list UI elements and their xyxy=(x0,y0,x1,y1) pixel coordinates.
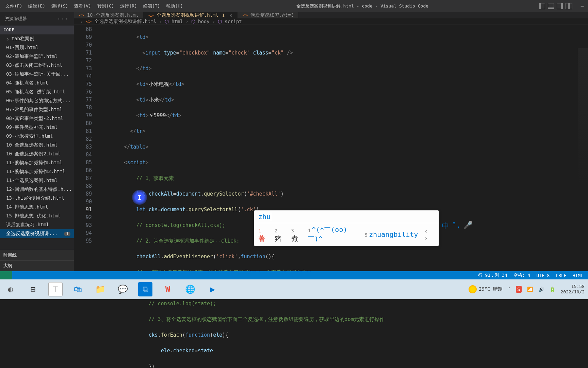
ime-mic-icon[interactable]: 🎤 xyxy=(463,221,473,231)
tray-network-icon[interactable]: 📶 xyxy=(527,287,533,292)
task-view-icon[interactable]: ⊞ xyxy=(26,282,40,296)
menu-edit[interactable]: 编辑(E) xyxy=(26,2,48,11)
file-item[interactable]: 03-点击关闭二维码.html xyxy=(0,61,74,70)
layout-controls[interactable] xyxy=(539,3,572,9)
file-item[interactable]: 04-随机点名.html xyxy=(0,79,74,88)
wechat-icon[interactable]: 💬 xyxy=(116,282,130,296)
ime-popup[interactable]: zhu 1著 2猪 3煮 4^(*￣(oo)￣)^ 5zhuangbility … xyxy=(254,210,439,246)
timeline-section[interactable]: 时间线 xyxy=(0,250,74,260)
status-language[interactable]: HTML xyxy=(573,273,583,278)
breadcrumb-file[interactable]: 全选反选案例视频讲解.html xyxy=(94,18,156,25)
outline-section[interactable]: 大纲 xyxy=(0,260,74,271)
wps-icon[interactable]: W xyxy=(161,282,175,296)
line-gutter: 6869707172737475767778798081828384858687… xyxy=(74,25,99,368)
editor-tab[interactable]: <>10-全选反选案例.html xyxy=(74,12,144,18)
menu-select[interactable]: 选择(S) xyxy=(49,2,71,11)
file-icon: <> xyxy=(148,13,154,18)
ime-cand-4[interactable]: 4^(*￣(oo)￣)^ xyxy=(308,225,359,244)
layout-bottom-icon[interactable] xyxy=(548,3,554,9)
file-item[interactable]: 12-回调函数的基本特点.h... xyxy=(0,185,74,194)
menu-view[interactable]: 查看(V) xyxy=(71,2,94,11)
minimap[interactable] xyxy=(578,48,588,184)
ime-cand-2[interactable]: 2猪 xyxy=(275,226,285,243)
file-item[interactable]: 10-全选反选案例2.html xyxy=(0,150,74,158)
editor-tab[interactable]: <>全选反选案例视频讲解.html1× xyxy=(144,12,238,18)
breadcrumb-html[interactable]: html xyxy=(172,19,183,24)
code-content[interactable]: <td> <input type="checkbox" name="check"… xyxy=(99,25,588,368)
file-item[interactable]: 03-添加事件监听-关于回... xyxy=(0,70,74,79)
editor-tab[interactable]: <>课后复盘练习.html xyxy=(238,12,298,18)
menu-terminal[interactable]: 终端(T) xyxy=(141,2,163,11)
notepad-icon[interactable]: T xyxy=(48,282,63,296)
tray-battery-icon[interactable]: 🔋 xyxy=(550,287,555,292)
file-item[interactable]: tab栏案例 xyxy=(0,34,74,43)
file-item[interactable]: 08-其它事件类型-2.html xyxy=(0,114,74,123)
ime-candidates[interactable]: 1著 2猪 3煮 4^(*￣(oo)￣)^ 5zhuangbility ‹ › xyxy=(254,223,439,246)
status-bar: 行 91，列 34 空格: 4 UTF-8 CRLF HTML xyxy=(0,271,588,279)
status-eol[interactable]: CRLF xyxy=(556,273,566,278)
menu-file[interactable]: 文件(F) xyxy=(3,2,25,11)
code-editor[interactable]: 6869707172737475767778798081828384858687… xyxy=(74,25,588,368)
sidebar-bottom: 时间线 大纲 xyxy=(0,250,74,271)
ime-input: zhu xyxy=(254,211,439,223)
status-encoding[interactable]: UTF-8 xyxy=(536,273,550,278)
file-item[interactable]: 课后复盘练习.html xyxy=(0,220,74,229)
window-controls: ─ xyxy=(579,3,585,9)
file-item[interactable]: 07-常见的事件类型.html xyxy=(0,105,74,114)
menu-help[interactable]: 帮助(H) xyxy=(163,2,185,11)
clock[interactable]: 15:58 2022/10/2 xyxy=(561,284,585,295)
layout-right-icon[interactable] xyxy=(557,3,563,9)
file-item[interactable]: 11-购物车加减操作2.html xyxy=(0,167,74,176)
file-item[interactable]: 09-小米搜索框.html xyxy=(0,132,74,141)
layout-grid-icon[interactable] xyxy=(566,3,572,9)
menu-run[interactable]: 运行(R) xyxy=(117,2,140,11)
status-remote-icon[interactable] xyxy=(0,271,12,279)
tray-volume-icon[interactable]: 🔊 xyxy=(538,287,544,292)
cursor-indicator: I xyxy=(132,190,147,205)
file-item[interactable]: 14-排他思想.html xyxy=(0,203,74,212)
store-icon[interactable]: 🛍 xyxy=(71,282,85,296)
ime-cand-3[interactable]: 3煮 xyxy=(291,226,301,243)
file-list: tab栏案例01-回顾.html02-添加事件监听.html03-点击关闭二维码… xyxy=(0,34,74,250)
file-item[interactable]: 10-全选反选案例.html xyxy=(0,141,74,150)
file-item[interactable]: 02-添加事件监听.html xyxy=(0,52,74,61)
menu-goto[interactable]: 转到(G) xyxy=(95,2,117,11)
file-icon: <> xyxy=(242,13,248,18)
start-icon[interactable]: ◐ xyxy=(3,282,18,296)
more-icon[interactable]: ··· xyxy=(57,16,69,22)
file-item[interactable]: 全选反选案例视频讲...1 xyxy=(0,229,74,238)
windows-taskbar: ◐ ⊞ T 🛍 📁 💬 ⧉ W 🌐 ▶ 29°C 晴朗 ˄ S 📶 🔊 🔋 15… xyxy=(0,279,588,299)
ime-cand-5[interactable]: 5zhuangbility xyxy=(365,230,418,239)
breadcrumb[interactable]: › <> 全选反选案例视频讲解.html › ⬡ html › ⬡ body ›… xyxy=(74,18,588,25)
file-item[interactable]: 11-购物车加减操作.html xyxy=(0,158,74,167)
close-icon[interactable]: × xyxy=(229,13,232,18)
status-spaces[interactable]: 空格: 4 xyxy=(513,272,530,278)
ime-punct-icon[interactable]: °, xyxy=(452,221,461,231)
symbol-icon: ⬡ xyxy=(165,19,169,24)
file-item[interactable]: 06-事件的其它的绑定方式... xyxy=(0,96,74,105)
menu-bar: 文件(F) 编辑(E) 选择(S) 查看(V) 转到(G) 运行(R) 终端(T… xyxy=(3,2,186,11)
breadcrumb-script[interactable]: script xyxy=(225,19,242,24)
ime-nav[interactable]: ‹ › xyxy=(424,227,435,242)
chrome-icon[interactable]: 🌐 xyxy=(183,282,197,296)
tray-up-icon[interactable]: ˄ xyxy=(508,287,510,292)
status-position[interactable]: 行 91，列 34 xyxy=(478,272,507,278)
file-item[interactable]: 09-事件类型补充.html xyxy=(0,123,74,132)
breadcrumb-body[interactable]: body xyxy=(198,19,210,24)
explorer-icon[interactable]: 📁 xyxy=(93,282,108,296)
file-item[interactable]: 05-随机点名-进阶版.html xyxy=(0,88,74,96)
file-item[interactable]: 11-全选反选案例.html xyxy=(0,176,74,185)
tray-ime-icon[interactable]: S xyxy=(516,286,521,293)
workspace-section[interactable]: CODE xyxy=(0,26,74,34)
layout-left-icon[interactable] xyxy=(539,3,545,9)
minimize-icon[interactable]: ─ xyxy=(579,3,585,9)
file-item[interactable]: 13-this的使用介绍.html xyxy=(0,194,74,203)
media-icon[interactable]: ▶ xyxy=(206,282,220,296)
file-item[interactable]: 15-排他思想-优化.html xyxy=(0,212,74,220)
ime-toolbar[interactable]: 中 °, 🎤 xyxy=(442,221,473,231)
vscode-icon[interactable]: ⧉ xyxy=(138,282,152,296)
ime-cand-1[interactable]: 1著 xyxy=(258,226,268,243)
ime-lang-icon[interactable]: 中 xyxy=(442,221,449,231)
file-item[interactable]: 01-回顾.html xyxy=(0,43,74,52)
weather-widget[interactable]: 29°C 晴朗 xyxy=(469,285,503,293)
